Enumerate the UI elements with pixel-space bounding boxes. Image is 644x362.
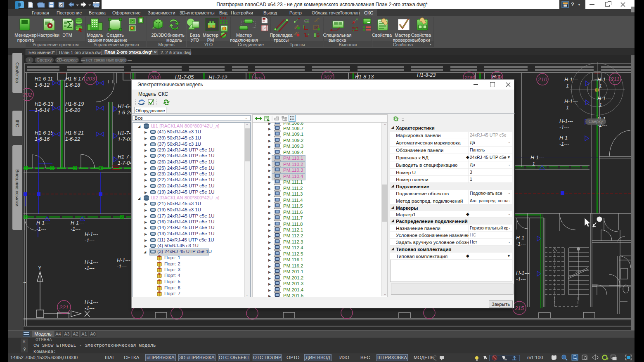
svg-text:221: 221 [59,304,69,310]
svg-text:H-1---: H-1--- [85,259,98,265]
svg-text:Y: Y [38,265,42,271]
svg-text:1-6-24: 1-6-24 [118,110,133,116]
svg-text:1-6-12: 1-6-12 [35,82,50,88]
svg-text:-1---: -1--- [71,226,80,232]
svg-text:-1---: -1--- [559,141,569,147]
svg-text:H-1---: H-1--- [71,220,84,226]
svg-text:1-7-04: 1-7-04 [118,160,133,166]
svg-text:H-1---: H-1--- [597,77,611,83]
svg-text:H-1---: H-1--- [85,232,98,237]
svg-text:H-1---: H-1--- [564,77,578,83]
svg-text:203: 203 [85,76,95,82]
svg-text:H-1---: H-1--- [117,258,130,263]
svg-text:-1---: -1--- [36,226,46,232]
svg-text:1-7-02: 1-7-02 [118,137,133,142]
svg-text:1-6-22: 1-6-22 [65,136,80,142]
svg-text:-1---: -1--- [530,161,540,167]
svg-text:H1-6-19: H1-6-19 [65,101,84,107]
svg-text:-1---: -1--- [85,265,95,271]
svg-text:202: 202 [24,92,32,98]
svg-text:-1---: -1--- [597,83,607,89]
svg-text:-1---: -1--- [559,125,569,130]
svg-text:210: 210 [537,76,547,83]
svg-text:1-6-20: 1-6-20 [65,107,80,113]
svg-text:-1---: -1--- [564,83,574,89]
svg-text:-1---: -1--- [597,102,607,108]
svg-text:H1-8-13: H1-8-13 [355,74,374,80]
svg-text:215: 215 [514,305,524,311]
svg-text:-1---: -1--- [85,305,95,311]
svg-text:H-1---: H-1--- [559,135,573,141]
svg-text:211: 211 [610,76,620,82]
svg-text:1-6-18: 1-6-18 [65,82,80,88]
svg-text:H1-6-11: H1-6-11 [35,76,53,82]
svg-text:H1-6-15: H1-6-15 [35,130,53,136]
svg-text:H1-8-23: H1-8-23 [417,72,436,78]
svg-text:H1-6-21: H1-6-21 [65,130,84,136]
svg-text:H-1---: H-1--- [597,96,611,102]
svg-text:H1-6-13: H1-6-13 [35,101,53,107]
svg-text:H1-6-17: H1-6-17 [65,76,84,82]
svg-text:1-6-14: 1-6-14 [35,107,50,113]
svg-text:-1---: -1--- [85,238,95,244]
svg-text:H-1---: H-1--- [24,296,26,302]
svg-text:H-1---: H-1--- [36,220,50,226]
svg-text:H-1---: H-1--- [530,155,544,161]
svg-text:-1---: -1--- [516,277,526,282]
svg-text:H-1---: H-1--- [559,118,573,124]
svg-text:1-6-16: 1-6-16 [35,136,50,142]
svg-text:-1---: -1--- [117,264,127,270]
svg-text:-1---: -1--- [564,105,574,111]
svg-text:H-1---: H-1--- [85,299,98,305]
svg-text:-1---: -1--- [516,241,526,247]
svg-text:H-1---: H-1--- [24,279,26,285]
svg-text:Сверху: Сверху [588,119,603,124]
svg-text:H-1---: H-1--- [564,99,578,104]
